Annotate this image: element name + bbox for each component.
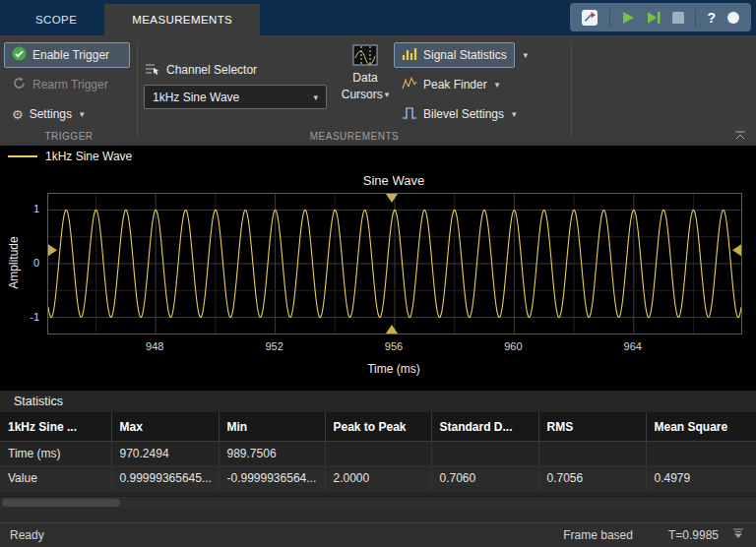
measurements-section-label: MEASUREMENTS	[138, 131, 571, 142]
bilevel-settings-label: Bilevel Settings	[423, 107, 504, 121]
stop-icon[interactable]	[672, 7, 684, 29]
channel-selector-label: Channel Selector	[166, 63, 257, 77]
stats-row-label: Time (ms)	[0, 442, 111, 466]
stats-cell: 970.2494	[111, 442, 219, 466]
circle-indicator-icon[interactable]	[726, 7, 740, 29]
stats-cell	[325, 442, 431, 466]
tab-measurements[interactable]: MEASUREMENTS	[104, 4, 260, 35]
signal-statistics-icon	[402, 47, 417, 64]
step-forward-icon[interactable]	[646, 7, 662, 29]
enable-trigger-label: Enable Trigger	[32, 48, 109, 62]
trigger-settings-button[interactable]: ⚙ Settings ▾	[4, 101, 93, 127]
stats-header-row: 1kHz Sine ...MaxMinPeak to PeakStandard …	[0, 412, 756, 442]
ribbon: Enable Trigger Rearm Trigger ⚙ Settings …	[0, 35, 756, 146]
ribbon-section-divider	[571, 41, 572, 138]
trigger-section-label: TRIGGER	[0, 131, 138, 142]
stats-column-header[interactable]: 1kHz Sine ...	[0, 412, 111, 442]
bilevel-settings-icon	[402, 106, 417, 123]
scrollbar-thumb[interactable]	[2, 499, 120, 507]
x-tick-label: 964	[624, 340, 642, 352]
chevron-down-icon: ▾	[512, 109, 517, 119]
run-icon[interactable]	[621, 7, 635, 29]
channel-selector-icon	[145, 62, 160, 79]
stats-cell: 989.7506	[219, 442, 325, 466]
signal-statistics-button[interactable]: Signal Statistics	[394, 42, 515, 68]
channel-combo[interactable]: 1kHz Sine Wave ▾	[144, 85, 327, 109]
status-bar: Ready Frame based T=0.9985	[0, 522, 756, 547]
stats-row-label: Value	[0, 466, 111, 491]
channel-selector-button[interactable]: Channel Selector	[144, 57, 265, 83]
stats-cell: 0.7056	[538, 466, 646, 491]
x-tick-label: 960	[504, 340, 522, 352]
data-cursors-label-line2: Cursors	[342, 88, 383, 102]
trigger-settings-label: Settings	[30, 107, 72, 121]
stats-row: Time (ms)970.2494989.7506	[0, 442, 756, 466]
x-axis-label: Time (ms)	[47, 362, 740, 376]
data-cursors-button[interactable]: Data Cursors ▾	[336, 40, 395, 127]
chevron-down-icon: ▾	[313, 92, 318, 102]
trigger-check-icon	[12, 46, 27, 64]
simulation-time-text: T=0.9985	[668, 528, 719, 542]
stats-column-header[interactable]: RMS	[538, 412, 646, 442]
simulink-icon[interactable]	[581, 7, 598, 29]
tab-bar: SCOPE MEASUREMENTS ?	[0, 0, 756, 35]
status-text: Ready	[10, 528, 44, 542]
stats-row: Value0.99999365645...-0.9999936564...2.0…	[0, 466, 756, 491]
channel-combo-value: 1kHz Sine Wave	[153, 91, 239, 104]
enable-trigger-button[interactable]: Enable Trigger	[4, 42, 130, 68]
y-tick-label: -1	[0, 311, 39, 323]
trigger-time-marker-bottom	[386, 325, 398, 334]
data-cursors-icon	[352, 44, 378, 69]
statistics-table: 1kHz Sine ...MaxMinPeak to PeakStandard …	[0, 412, 756, 491]
legend-bar: 1kHz Sine Wave	[0, 146, 756, 167]
stats-cell: 0.4979	[646, 466, 756, 491]
waveform-panel: Sine Wave Amplitude Time (ms) 9489529569…	[0, 167, 756, 391]
trigger-level-marker-right	[732, 244, 741, 256]
stats-cell: -0.9999936564...	[219, 466, 325, 491]
bilevel-settings-button[interactable]: Bilevel Settings ▾	[394, 101, 525, 127]
scope-window: SCOPE MEASUREMENTS ?	[0, 0, 756, 547]
statistics-title: Statistics	[0, 391, 756, 412]
stats-column-header[interactable]: Max	[111, 412, 219, 442]
stats-column-header[interactable]: Min	[219, 412, 325, 442]
chevron-down-icon: ▾	[385, 88, 390, 102]
peak-finder-icon	[402, 77, 417, 93]
legend-series-label: 1kHz Sine Wave	[45, 150, 132, 163]
x-tick-label: 956	[385, 340, 403, 352]
plot-area[interactable]	[47, 193, 742, 334]
x-tick-label: 948	[146, 340, 163, 352]
toolbar-divider	[695, 9, 696, 27]
data-cursors-label-line1: Data	[352, 71, 377, 86]
stats-cell: 0.7060	[431, 466, 538, 491]
signal-statistics-label: Signal Statistics	[423, 48, 507, 62]
trigger-time-marker-top	[386, 194, 398, 203]
stats-column-header[interactable]: Standard D...	[431, 412, 538, 442]
statistics-panel: Statistics 1kHz Sine ...MaxMinPeak to Pe…	[0, 391, 756, 496]
y-tick-label: 1	[0, 203, 39, 214]
stats-cell	[431, 442, 538, 466]
horizontal-scrollbar[interactable]	[0, 496, 756, 509]
signal-mode-icon	[730, 528, 746, 542]
y-tick-label: 0	[0, 257, 39, 269]
help-icon[interactable]: ?	[707, 7, 716, 29]
stats-column-header[interactable]: Mean Square	[646, 412, 756, 442]
x-tick-label: 952	[265, 340, 283, 352]
chevron-down-icon: ▾	[495, 80, 500, 90]
collapse-ribbon-icon[interactable]	[732, 128, 748, 142]
peak-finder-button[interactable]: Peak Finder ▾	[394, 72, 507, 97]
stats-cell	[646, 442, 756, 466]
signal-statistics-split-button: Signal Statistics ▾	[394, 42, 533, 68]
waveform-plot[interactable]	[48, 194, 741, 334]
ribbon-section-divider	[137, 41, 138, 138]
stats-cell: 2.0000	[325, 466, 431, 491]
plot-title: Sine Wave	[47, 173, 740, 188]
rearm-trigger-button[interactable]: Rearm Trigger	[4, 72, 130, 97]
chevron-down-icon: ▾	[80, 109, 85, 119]
quick-access-toolbar: ?	[570, 3, 751, 31]
stats-column-header[interactable]: Peak to Peak	[325, 412, 431, 442]
legend-line-sample	[8, 155, 37, 157]
rearm-trigger-label: Rearm Trigger	[32, 78, 108, 91]
stats-cell: 0.99999365645...	[111, 466, 219, 491]
signal-statistics-dropdown[interactable]: ▾	[517, 42, 533, 68]
tab-scope[interactable]: SCOPE	[8, 4, 104, 35]
